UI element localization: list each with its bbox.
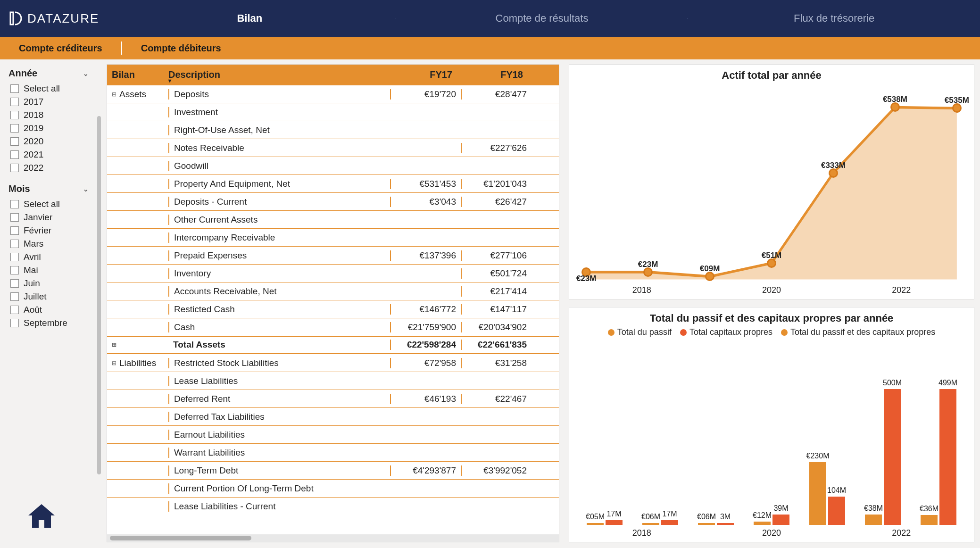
checkbox-icon	[10, 137, 19, 146]
filter-year-item[interactable]: 2021	[10, 149, 100, 160]
table-body[interactable]: ⊟Assets Deposits €19'720 €28'477 Investm…	[107, 85, 559, 534]
filter-year-item[interactable]: 2017	[10, 97, 100, 107]
table-row[interactable]: Deferred Tax Liabilities	[107, 407, 559, 425]
bar-group[interactable]: €230M 104M	[809, 462, 845, 525]
filter-label: 2021	[24, 149, 43, 160]
filter-year-header[interactable]: Année ⌄	[8, 68, 100, 79]
filter-month-item[interactable]: Mars	[10, 239, 100, 249]
bar-label: 104M	[827, 486, 846, 495]
table-row[interactable]: Goodwill	[107, 157, 559, 174]
table-row[interactable]: Cash €21'759'900 €20'034'902	[107, 318, 559, 336]
table-row[interactable]: Lease Liabilities - Current	[107, 497, 559, 515]
bar-capitaux[interactable]: 499M	[939, 389, 956, 525]
table-row[interactable]: Prepaid Expenses €137'396 €277'106	[107, 246, 559, 264]
bar-passif[interactable]: €230M	[809, 462, 826, 525]
table-row[interactable]: Deferred Rent €46'193 €22'467	[107, 390, 559, 407]
bar-capitaux[interactable]: 500M	[884, 389, 901, 525]
col-description[interactable]: Description	[168, 69, 390, 80]
bar-capitaux[interactable]: 17M	[661, 520, 678, 525]
table-row[interactable]: Property And Equipment, Net €531'453 €1'…	[107, 174, 559, 192]
filter-month-item[interactable]: Avril	[10, 252, 100, 262]
bar-capitaux[interactable]: 3M	[717, 523, 734, 525]
bar-group[interactable]: €36M 499M	[921, 389, 956, 525]
filter-month-item[interactable]: Août	[10, 305, 100, 315]
sidebar-scrollbar[interactable]	[97, 116, 101, 474]
filter-month-item[interactable]: Mai	[10, 265, 100, 275]
legend-item[interactable]: Total capitaux propres	[680, 327, 772, 337]
legend-item[interactable]: Total du passif et des capitaux propres	[781, 327, 935, 337]
cell-desc: Deposits	[168, 89, 390, 100]
col-bilan[interactable]: Bilan	[107, 69, 168, 80]
bar-passif[interactable]: €06M	[642, 523, 659, 525]
filter-year-item[interactable]: 2022	[10, 163, 100, 173]
table-row[interactable]: Earnout Liabilities	[107, 425, 559, 443]
col-fy18[interactable]: FY18	[461, 69, 532, 80]
table-row[interactable]: Resticted Cash €146'772 €147'117	[107, 300, 559, 318]
filter-month-item[interactable]: Janvier	[10, 212, 100, 223]
bar-group[interactable]: €05M 17M	[587, 520, 623, 525]
table-row[interactable]: Lease Liabilities	[107, 372, 559, 390]
bar-group[interactable]: €38M 500M	[865, 389, 901, 525]
filter-month-item[interactable]: Juillet	[10, 291, 100, 302]
table-row[interactable]: Right-Of-Use Asset, Net	[107, 121, 559, 139]
collapse-icon[interactable]: ⊟	[112, 91, 116, 98]
cell-desc: Other Current Assets	[168, 215, 390, 225]
home-button[interactable]	[8, 494, 100, 544]
legend-item[interactable]: Total du passif	[608, 327, 672, 337]
filter-year-selectall[interactable]: Select all	[10, 83, 100, 94]
bar-group[interactable]: €06M 3M	[698, 523, 734, 525]
table-row[interactable]: Long-Term Debt €4'293'877 €3'992'052	[107, 461, 559, 479]
table-row[interactable]: Notes Receivable €227'626	[107, 139, 559, 157]
filter-month-selectall[interactable]: Select all	[10, 199, 100, 209]
bar-passif[interactable]: €36M	[921, 515, 938, 525]
cell-fy18: €3'992'052	[461, 465, 532, 476]
table-row[interactable]: Investment	[107, 103, 559, 121]
table-row[interactable]: Deposits - Current €3'043 €26'427	[107, 192, 559, 210]
filter-month-header[interactable]: Mois ⌄	[8, 183, 100, 194]
filter-label: Juin	[24, 278, 40, 289]
data-label: €09M	[700, 264, 720, 274]
x-axis: 201820202022	[577, 285, 966, 295]
filter-month-item[interactable]: Février	[10, 225, 100, 236]
table-row[interactable]: Warrant Liabilities	[107, 443, 559, 461]
filter-label: Février	[24, 225, 51, 236]
filter-title: Année	[8, 68, 37, 79]
bar-passif[interactable]: €12M	[754, 522, 771, 525]
scrollbar-thumb[interactable]	[110, 536, 251, 540]
table-row[interactable]: Inventory €501'724	[107, 264, 559, 282]
cell-desc: Deferred Rent	[168, 394, 390, 404]
collapse-icon[interactable]: ⊟	[112, 360, 116, 366]
bar-passif[interactable]: €38M	[865, 515, 882, 525]
bar-group[interactable]: €12M 39M	[754, 515, 789, 525]
subtab-crediteurs[interactable]: Compte créditeurs	[0, 43, 121, 54]
table-total-row[interactable]: ⊞ Total Assets €22'598'284 €22'661'835	[107, 336, 559, 354]
table-row[interactable]: Other Current Assets	[107, 210, 559, 228]
bar-capitaux[interactable]: 104M	[828, 497, 845, 525]
filter-year-item[interactable]: 2019	[10, 123, 100, 133]
bar-chart-body[interactable]: €05M 17M €06M 17M €06M 3M €12M 39M €230M…	[577, 341, 966, 538]
cell-fy17: €72'958	[390, 358, 461, 368]
col-fy17[interactable]: FY17	[390, 69, 461, 80]
filter-month-item[interactable]: Juin	[10, 278, 100, 289]
tab-compte-resultats[interactable]: Compte de résultats	[396, 12, 688, 25]
filter-year-item[interactable]: 2018	[10, 110, 100, 120]
subtab-debiteurs[interactable]: Compte débiteurs	[122, 43, 240, 54]
table-row[interactable]: ⊟Assets Deposits €19'720 €28'477	[107, 85, 559, 103]
bar-capitaux[interactable]: 17M	[606, 520, 623, 525]
table-row[interactable]: ⊟Liabilities Restricted Stock Liabilitie…	[107, 354, 559, 372]
tab-bilan[interactable]: Bilan	[104, 12, 396, 25]
table-row[interactable]: Accounts Receivable, Net €217'414	[107, 282, 559, 300]
table-row[interactable]: Current Portion Of Long-Term Debt	[107, 479, 559, 497]
tab-flux-tresorerie[interactable]: Flux de trésorerie	[688, 12, 980, 25]
expand-icon[interactable]: ⊞	[112, 341, 116, 348]
bar-passif[interactable]: €05M	[587, 523, 604, 525]
bar-passif[interactable]: €06M	[698, 523, 715, 525]
table-row[interactable]: Intercompany Receivable	[107, 228, 559, 246]
filter-month-item[interactable]: Septembre	[10, 318, 100, 328]
table-h-scrollbar[interactable]	[107, 534, 559, 542]
line-chart-body[interactable]: €23M€23M€09M€51M€333M€538M€535M201820202…	[577, 84, 966, 295]
cell-group: ⊟Assets	[107, 89, 168, 100]
bar-capitaux[interactable]: 39M	[772, 515, 789, 525]
filter-year-item[interactable]: 2020	[10, 136, 100, 147]
bar-group[interactable]: €06M 17M	[642, 520, 678, 525]
